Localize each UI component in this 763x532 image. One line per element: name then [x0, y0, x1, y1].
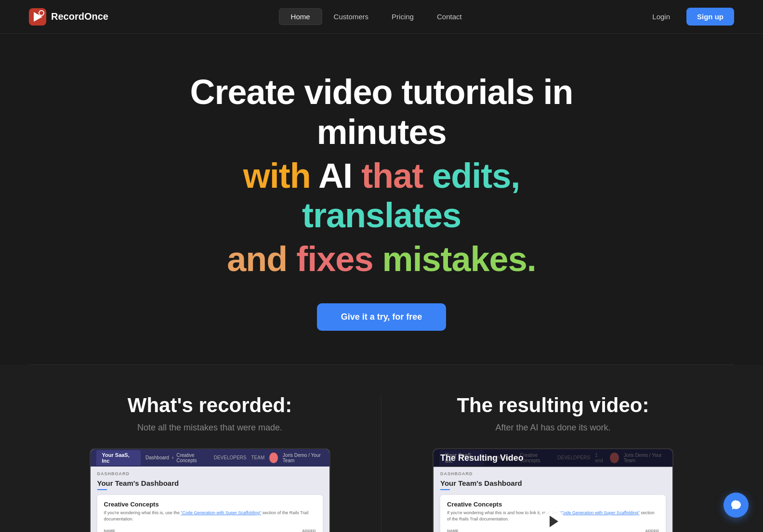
left-browser-tab: Your SaaS, Inc	[96, 450, 141, 466]
nav-item-developers: DEVELOPERS	[214, 455, 247, 460]
left-breadcrumb: Dashboard › Creative Concepts	[145, 453, 209, 463]
avatar-label: Joris Demo / Your Team	[283, 453, 324, 463]
right-subtitle: After the AI has done its work.	[495, 423, 610, 433]
left-col-added: ADDED	[302, 529, 316, 532]
hero-word-translates: translates	[302, 196, 461, 234]
right-card-title: Creative Concepts	[447, 501, 659, 508]
chat-bubble[interactable]	[724, 493, 749, 518]
right-title: The resulting video:	[457, 394, 649, 417]
hero-title: Create video tutorials in minutes with A…	[165, 72, 598, 279]
left-nav-items: DEVELOPERS TEAM Joris Demo / Your Team	[214, 453, 324, 463]
left-underline	[97, 489, 107, 490]
left-column: What's recorded: Note all the mistakes t…	[39, 394, 382, 532]
hero-word-mistakes: mistakes.	[382, 240, 536, 278]
login-button[interactable]: Login	[644, 9, 679, 25]
right-card-link: "Code Generation with Super Scaffolding"	[559, 510, 640, 515]
nav-right: Login Sign up	[644, 8, 734, 26]
nav-home[interactable]: Home	[279, 8, 322, 25]
hero-line2: with AI that edits, translates	[165, 156, 598, 236]
hero-word-and: and	[227, 240, 287, 278]
left-video-container[interactable]: Your SaaS, Inc Dashboard › Creative Conc…	[90, 448, 330, 532]
left-avatar	[269, 453, 278, 463]
nav-links: Home Customers Pricing Contact	[279, 8, 474, 25]
right-col-name: NAME	[447, 529, 459, 532]
hero-word-that: that	[361, 156, 423, 195]
nav-customers[interactable]: Customers	[322, 9, 381, 25]
left-video-screen: Your SaaS, Inc Dashboard › Creative Conc…	[91, 449, 329, 532]
right-column: The resulting video: After the AI has do…	[382, 394, 724, 532]
hero-line1: Create video tutorials in minutes	[165, 72, 598, 152]
left-title: What's recorded:	[128, 394, 292, 417]
left-section-label: DASHBOARD	[97, 471, 323, 476]
right-play-overlay[interactable]	[541, 509, 565, 532]
hero-section: Create video tutorials in minutes with A…	[0, 34, 763, 364]
cta-button[interactable]: Give it a try, for free	[317, 303, 447, 331]
right-underline	[440, 489, 450, 490]
right-dashboard-title: Your Team's Dashboard	[440, 479, 666, 487]
hero-line3: and fixes mistakes.	[165, 239, 598, 279]
left-breadcrumb1: Dashboard	[145, 455, 169, 460]
svg-point-2	[39, 11, 44, 15]
hero-word-ai: AI	[318, 156, 361, 195]
chat-icon	[730, 499, 742, 511]
hero-word-edits: edits,	[432, 156, 520, 195]
nav-item-team: TEAM	[251, 455, 264, 460]
signup-button[interactable]: Sign up	[686, 8, 734, 26]
hero-word-with: with	[243, 156, 311, 195]
hero-word-fixes: fixes	[296, 240, 373, 278]
right-section-label: DASHBOARD	[440, 471, 666, 476]
right-col-added: ADDED	[645, 529, 659, 532]
left-card-title: Creative Concepts	[104, 501, 316, 508]
logo-link[interactable]: RecordOnce	[29, 8, 108, 26]
left-card-desc: If you're wondering what this is, use th…	[104, 510, 316, 522]
navbar: RecordOnce Home Customers Pricing Contac…	[0, 0, 763, 34]
left-content-area: DASHBOARD Your Team's Dashboard Creative…	[91, 467, 329, 532]
right-overlay-title: The Resulting Video	[434, 449, 672, 467]
left-table-header: NAME ADDED	[104, 527, 316, 532]
logo-text: RecordOnce	[51, 11, 108, 22]
left-subtitle: Note all the mistakes that were made.	[137, 423, 282, 433]
left-card-link: "Code Generation with Super Scaffolding"	[181, 510, 261, 515]
right-video-screen: The Resulting Video Your SaaS, Inc Dashb…	[434, 449, 672, 532]
right-video-container[interactable]: The Resulting Video Your SaaS, Inc Dashb…	[433, 448, 673, 532]
nav-pricing[interactable]: Pricing	[380, 9, 425, 25]
nav-contact[interactable]: Contact	[425, 9, 474, 25]
left-col-name: NAME	[104, 529, 116, 532]
left-card: Creative Concepts If you're wondering wh…	[97, 495, 323, 532]
breadcrumb-sep: ›	[172, 455, 173, 460]
left-breadcrumb2: Creative Concepts	[176, 453, 209, 463]
logo-icon	[29, 8, 46, 26]
comparison-section: What's recorded: Note all the mistakes t…	[0, 365, 763, 532]
left-dashboard-title: Your Team's Dashboard	[97, 479, 323, 487]
play-triangle-icon	[550, 516, 558, 527]
left-browser-chrome: Your SaaS, Inc Dashboard › Creative Conc…	[91, 449, 329, 467]
